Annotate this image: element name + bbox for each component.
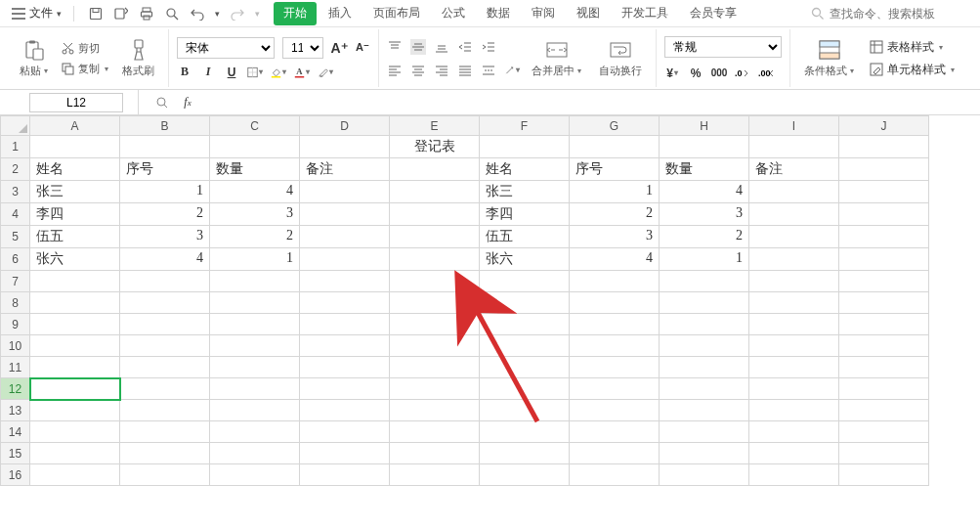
border-button[interactable]: ▾ [247,65,263,80]
decrease-font-icon[interactable]: A⁻ [355,40,370,56]
cell[interactable]: 伍五 [30,226,120,248]
cell[interactable] [480,314,570,335]
cell[interactable] [480,136,570,158]
cell[interactable] [839,357,929,378]
tab-review[interactable]: 审阅 [522,2,565,25]
row-header[interactable]: 7 [1,271,30,292]
cell[interactable]: 备注 [749,158,839,181]
cell[interactable] [480,292,570,314]
cell[interactable] [210,443,300,464]
cell[interactable] [570,378,660,400]
cell[interactable] [749,443,839,464]
cell[interactable] [210,400,300,421]
cell[interactable] [300,181,390,203]
cell[interactable] [120,357,210,378]
number-format-select[interactable]: 常规 [664,36,782,58]
cell[interactable] [839,400,929,421]
cell[interactable] [30,292,120,314]
cell[interactable] [660,314,749,335]
cell[interactable] [660,335,749,357]
expand-fx-icon[interactable] [154,95,170,110]
format-painter-button[interactable]: 格式刷 [116,36,160,80]
cell[interactable] [120,464,210,486]
cell[interactable] [390,400,480,421]
cell[interactable]: 伍五 [480,226,570,248]
cell[interactable] [570,136,660,158]
col-header[interactable]: I [749,116,839,136]
font-family-select[interactable]: 宋体 [177,37,275,59]
row-header[interactable]: 15 [1,443,30,464]
tab-view[interactable]: 视图 [567,2,610,25]
cell[interactable] [839,203,929,226]
cell[interactable] [749,314,839,335]
col-header[interactable]: A [30,116,120,136]
font-size-select[interactable]: 11 [282,37,323,59]
col-header[interactable]: J [839,116,929,136]
cell[interactable] [480,464,570,486]
cell[interactable] [749,378,839,400]
cell[interactable] [120,292,210,314]
cell[interactable] [749,292,839,314]
print-icon[interactable] [139,6,154,22]
row-header[interactable]: 5 [1,226,30,248]
row-header[interactable]: 11 [1,357,30,378]
cell[interactable] [30,443,120,464]
cell[interactable] [210,378,300,400]
cell[interactable] [390,292,480,314]
cell[interactable] [120,421,210,443]
cell[interactable] [300,400,390,421]
print-preview-icon[interactable] [164,6,180,22]
cell[interactable] [300,443,390,464]
cell[interactable] [210,292,300,314]
cell[interactable] [300,271,390,292]
cell[interactable]: 数量 [210,158,300,181]
cell[interactable] [30,314,120,335]
cell[interactable] [839,248,929,271]
cell[interactable] [749,335,839,357]
cell[interactable] [300,421,390,443]
cell[interactable] [300,226,390,248]
font-color-button[interactable]: A▾ [294,65,310,80]
cell[interactable] [749,421,839,443]
row-header[interactable]: 8 [1,292,30,314]
row-header[interactable]: 2 [1,158,30,181]
cell[interactable] [660,357,749,378]
cell[interactable]: 2 [660,226,749,248]
copy-button[interactable]: 复制▾ [60,61,110,77]
row-header[interactable]: 9 [1,314,30,335]
percent-icon[interactable]: % [688,66,703,81]
cell[interactable] [839,464,929,486]
cell[interactable] [570,421,660,443]
cell[interactable] [30,357,120,378]
cell[interactable]: 3 [660,203,749,226]
cell[interactable]: 2 [210,226,300,248]
cell[interactable] [390,357,480,378]
halign-center-icon[interactable] [410,63,426,78]
cell[interactable]: 1 [120,181,210,203]
cell[interactable] [390,271,480,292]
cell[interactable] [210,357,300,378]
file-menu[interactable]: 文件 ▾ [6,3,67,23]
cell[interactable]: 4 [570,248,660,271]
cell[interactable] [300,335,390,357]
cell[interactable] [300,314,390,335]
cell[interactable] [390,378,480,400]
formula-input[interactable] [205,95,964,110]
cell[interactable]: 4 [210,181,300,203]
cell[interactable] [839,314,929,335]
cell[interactable] [660,136,749,158]
cell[interactable] [390,335,480,357]
paste-button[interactable]: 粘贴▾ [14,36,54,80]
valign-middle-icon[interactable] [410,39,426,55]
cell[interactable] [660,421,749,443]
comma-icon[interactable]: 000 [711,66,727,81]
row-header[interactable]: 4 [1,203,30,226]
cell[interactable] [30,271,120,292]
select-all-corner[interactable] [1,116,30,136]
cell[interactable] [660,271,749,292]
row-header[interactable]: 13 [1,400,30,421]
cell[interactable]: 2 [570,203,660,226]
cell[interactable] [570,314,660,335]
cell[interactable]: 张六 [480,248,570,271]
cell[interactable] [30,136,120,158]
